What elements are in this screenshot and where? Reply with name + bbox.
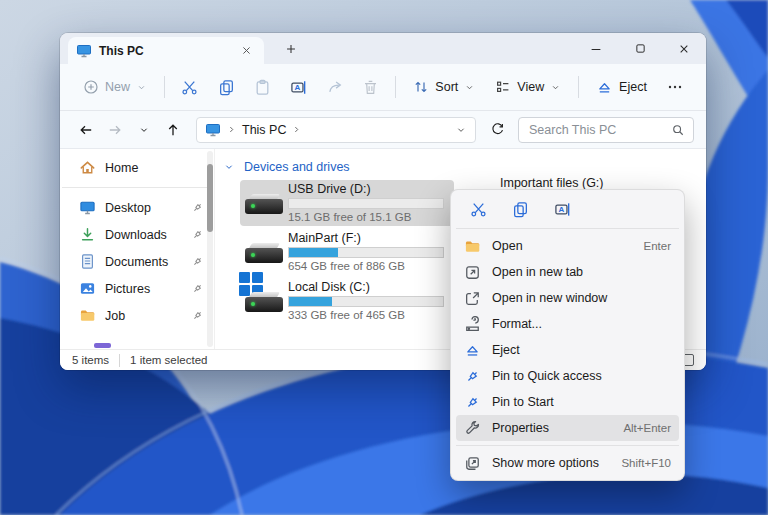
toolbar-separator — [164, 76, 165, 98]
copy-button[interactable] — [209, 71, 243, 103]
collapse-chevron-icon[interactable] — [223, 161, 235, 173]
drive-item-local-disk-c[interactable]: Local Disk (C:) 333 GB free of 465 GB — [240, 278, 454, 324]
menu-item-label: Show more options — [492, 456, 599, 470]
menu-item-properties[interactable]: Properties Alt+Enter — [456, 415, 679, 441]
pin-icon — [464, 394, 481, 411]
menu-item-label: Pin to Quick access — [492, 369, 602, 383]
menu-item-show-more-options[interactable]: Show more options Shift+F10 — [456, 450, 679, 476]
format-drive-icon — [464, 316, 481, 333]
cut-icon[interactable] — [465, 196, 491, 222]
group-header-devices-and-drives[interactable]: Devices and drives — [223, 158, 706, 176]
copy-icon — [218, 79, 235, 96]
drive-free-space: 654 GB free of 886 GB — [288, 260, 448, 273]
drive-usage-bar — [288, 296, 444, 307]
drive-icon — [242, 187, 284, 219]
pictures-icon — [79, 280, 96, 297]
eject-button[interactable]: Eject — [587, 71, 656, 103]
paste-button[interactable] — [245, 71, 279, 103]
tab-this-pc[interactable]: This PC — [68, 37, 264, 64]
sidebar-item-label: Home — [105, 161, 138, 175]
maximize-button[interactable] — [618, 33, 662, 64]
chevron-right-icon — [226, 124, 237, 135]
menu-item-format[interactable]: Format... — [456, 311, 679, 337]
occluded-drive-name[interactable]: Important files (G:) — [500, 176, 604, 190]
pin-icon — [191, 309, 204, 322]
open-new-window-icon — [464, 290, 481, 307]
minimize-button[interactable] — [574, 33, 618, 64]
sidebar-item-home[interactable]: Home — [60, 154, 214, 181]
drive-usage-bar — [288, 247, 444, 258]
search-box — [518, 117, 694, 143]
rename-icon[interactable] — [549, 196, 575, 222]
menu-item-pin-to-quick-access[interactable]: Pin to Quick access — [456, 363, 679, 389]
this-pc-icon — [205, 122, 221, 138]
sidebar-item-label: Documents — [105, 255, 168, 269]
sidebar-scrollbar-thumb[interactable] — [207, 164, 213, 232]
menu-item-open-in-new-window[interactable]: Open in new window — [456, 285, 679, 311]
new-tab-button[interactable] — [278, 36, 304, 62]
share-button[interactable] — [317, 71, 351, 103]
share-icon — [326, 79, 343, 96]
menu-item-open-in-new-tab[interactable]: Open in new tab — [456, 259, 679, 285]
new-button[interactable]: New — [74, 71, 156, 103]
sort-button[interactable]: Sort — [404, 71, 484, 103]
downloads-icon — [79, 226, 96, 243]
selected-count: 1 item selected — [130, 354, 207, 366]
copy-icon[interactable] — [507, 196, 533, 222]
sidebar-item-documents[interactable]: Documents — [60, 248, 214, 275]
documents-icon — [79, 253, 96, 270]
view-icon — [495, 79, 511, 95]
search-icon[interactable] — [671, 123, 685, 137]
search-input[interactable] — [527, 122, 671, 138]
menu-item-pin-to-start[interactable]: Pin to Start — [456, 389, 679, 415]
eject-icon — [596, 79, 613, 96]
rename-button[interactable] — [281, 71, 315, 103]
back-icon — [78, 122, 94, 138]
pin-icon — [191, 228, 204, 241]
menu-item-label: Properties — [492, 421, 549, 435]
context-menu: Open Enter Open in new tab Open in new w… — [450, 189, 685, 481]
cut-button[interactable] — [173, 71, 207, 103]
recent-locations-button[interactable] — [130, 116, 157, 144]
menu-item-label: Pin to Start — [492, 395, 554, 409]
breadcrumb[interactable]: This PC — [242, 123, 286, 137]
sidebar-item-label: Job — [105, 309, 125, 323]
sidebar-item-label: Downloads — [105, 228, 167, 242]
folder-icon — [464, 238, 481, 255]
pin-icon — [464, 368, 481, 385]
chevron-down-icon — [138, 124, 150, 136]
address-dropdown-icon[interactable] — [455, 124, 467, 136]
forward-button[interactable] — [101, 116, 128, 144]
folder-icon — [79, 307, 96, 324]
sidebar-item-downloads[interactable]: Downloads — [60, 221, 214, 248]
items-count: 5 items — [72, 354, 109, 366]
chevron-down-icon — [464, 82, 475, 93]
refresh-button[interactable] — [484, 117, 510, 143]
sidebar-separator — [62, 187, 212, 188]
drive-free-space: 15.1 GB free of 15.1 GB — [288, 211, 448, 224]
this-pc-icon — [76, 43, 92, 59]
drive-name: Local Disk (C:) — [288, 280, 448, 294]
close-button[interactable] — [662, 33, 706, 64]
see-more-button[interactable] — [658, 71, 692, 103]
more-options-icon — [464, 455, 481, 472]
tab-close-icon[interactable] — [236, 41, 256, 61]
drive-item-usb-d[interactable]: USB Drive (D:) 15.1 GB free of 15.1 GB — [240, 180, 454, 226]
up-icon — [165, 122, 181, 138]
menu-item-eject[interactable]: Eject — [456, 337, 679, 363]
menu-item-open[interactable]: Open Enter — [456, 233, 679, 259]
address-bar[interactable]: This PC — [196, 117, 476, 143]
sidebar-item-pictures[interactable]: Pictures — [60, 275, 214, 302]
navigation-pane: Home Desktop Downloads Documents — [60, 149, 215, 349]
up-button[interactable] — [159, 116, 186, 144]
sidebar-item-desktop[interactable]: Desktop — [60, 194, 214, 221]
sidebar-item-job[interactable]: Job — [60, 302, 214, 329]
quick-actions-row — [455, 194, 680, 224]
drive-item-mainpart-f[interactable]: MainPart (F:) 654 GB free of 886 GB — [240, 229, 454, 275]
partially-visible-item-icon — [94, 343, 111, 348]
pin-icon — [191, 255, 204, 268]
delete-button[interactable] — [353, 71, 387, 103]
view-button[interactable]: View — [486, 71, 570, 103]
back-button[interactable] — [72, 116, 99, 144]
drive-name: MainPart (F:) — [288, 231, 448, 245]
